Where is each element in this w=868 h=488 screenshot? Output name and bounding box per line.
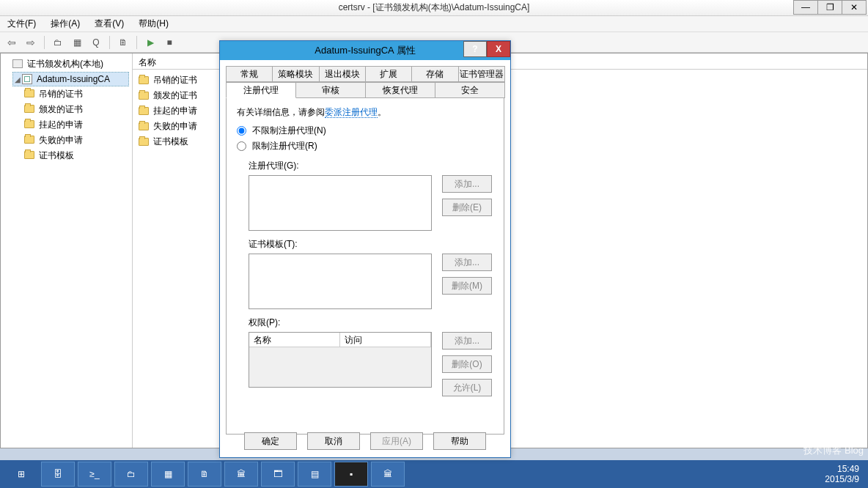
tree-root-label: 证书颁发机构(本地) <box>27 58 103 70</box>
folder-icon <box>24 105 34 113</box>
watermark-line1: 51CTO.com <box>774 425 864 444</box>
tree-ca-node[interactable]: ◢ Adatum-IssuingCA <box>12 72 129 86</box>
start-button[interactable]: ⊞ <box>4 462 38 487</box>
menu-file[interactable]: 文件(F) <box>4 16 39 32</box>
agents-label: 注册代理(G): <box>249 160 493 172</box>
perms-remove-button[interactable]: 删除(O) <box>442 355 492 373</box>
agents-add-button[interactable]: 添加... <box>442 175 492 193</box>
info-link[interactable]: 委派注册代理 <box>325 107 378 118</box>
tab-security[interactable]: 安全 <box>435 82 505 98</box>
help-button[interactable]: 帮助 <box>433 432 486 450</box>
ok-button[interactable]: 确定 <box>244 432 297 450</box>
col-name[interactable]: 名称 <box>249 333 340 347</box>
tree-item-issued[interactable]: 颁发的证书 <box>24 102 129 117</box>
list-item-label: 证书模板 <box>153 136 188 148</box>
stop-button[interactable]: ■ <box>162 35 177 50</box>
maximize-button[interactable]: ❐ <box>817 0 842 15</box>
folder-icon <box>139 138 149 146</box>
menu-action[interactable]: 操作(A) <box>48 16 83 32</box>
perms-table[interactable]: 名称 访问 <box>249 332 432 388</box>
tree-item-templates[interactable]: 证书模板 <box>24 148 129 163</box>
menu-view[interactable]: 查看(V) <box>92 16 127 32</box>
task-cmd[interactable]: ▪ <box>334 462 368 487</box>
tab-enrollment-agents[interactable]: 注册代理 <box>226 82 296 98</box>
templates-add-button[interactable]: 添加... <box>442 254 492 271</box>
info-prefix: 有关详细信息，请参阅 <box>237 107 325 117</box>
col-access[interactable]: 访问 <box>340 333 431 347</box>
apply-button[interactable]: 应用(A) <box>370 432 423 450</box>
folder-icon <box>24 120 34 128</box>
info-text: 有关详细信息，请参阅委派注册代理。 <box>237 106 493 119</box>
tree-pane: 证书颁发机构(本地) ◢ Adatum-IssuingCA 吊销的证书 颁发的证… <box>1 53 133 448</box>
tab-extensions[interactable]: 扩展 <box>365 66 412 82</box>
tree-children: 吊销的证书 颁发的证书 挂起的申请 失败的申请 证书模板 <box>4 86 129 163</box>
taskbar: ⊞ 🗄 ≥_ 🗀 ▦ 🗎 🏛 🗔 ▤ ▪ 🏛 15:49 2015/3/9 <box>0 460 868 488</box>
forward-button[interactable]: ⇨ <box>23 35 38 50</box>
tree-root[interactable]: 证书颁发机构(本地) <box>4 56 129 72</box>
tree-item-label: 颁发的证书 <box>39 103 83 116</box>
task-app4[interactable]: 🗔 <box>261 462 295 487</box>
tab-auditing[interactable]: 审核 <box>295 82 366 98</box>
window-titlebar: certsrv - [证书颁发机构(本地)\Adatum-IssuingCA] … <box>0 0 868 16</box>
task-powershell[interactable]: ≥_ <box>78 462 111 487</box>
properties-button[interactable]: ▦ <box>70 35 84 50</box>
properties-dialog: Adatum-IssuingCA 属性 ? X 常规 策略模块 退出模块 扩展 … <box>219 40 511 458</box>
tree-item-pending[interactable]: 挂起的申请 <box>24 117 129 133</box>
tab-recovery-agents[interactable]: 恢复代理 <box>365 82 435 98</box>
task-app3[interactable]: 🏛 <box>224 462 258 487</box>
play-button[interactable]: ▶ <box>143 35 158 50</box>
folder-icon <box>24 136 34 144</box>
templates-remove-button[interactable]: 删除(M) <box>442 277 492 295</box>
minimize-button[interactable]: — <box>793 0 818 15</box>
watermark: 51CTO.com 技术博客 Blog <box>774 425 864 457</box>
agents-listbox[interactable] <box>249 175 432 231</box>
tab-storage[interactable]: 存储 <box>411 66 458 82</box>
tree-item-label: 吊销的证书 <box>39 88 83 100</box>
dialog-help-button[interactable]: ? <box>463 41 487 57</box>
folder-icon <box>24 151 34 159</box>
radio-no-restrict-input[interactable] <box>237 126 246 136</box>
task-app1[interactable]: ▦ <box>151 462 185 487</box>
tree-item-failed[interactable]: 失败的申请 <box>24 133 129 148</box>
window-title: certsrv - [证书颁发机构(本地)\Adatum-IssuingCA] <box>0 1 868 14</box>
system-tray[interactable]: 15:49 2015/3/9 <box>825 464 865 484</box>
tree-item-revoked[interactable]: 吊销的证书 <box>24 86 129 102</box>
folder-icon <box>24 89 34 97</box>
task-server-manager[interactable]: 🗄 <box>41 462 75 487</box>
tray-date: 2015/3/9 <box>825 474 859 484</box>
task-explorer[interactable]: 🗀 <box>114 462 148 487</box>
cancel-button[interactable]: 取消 <box>307 432 360 450</box>
perms-allow-button[interactable]: 允许(L) <box>442 379 492 396</box>
up-button[interactable]: 🗀 <box>51 35 65 50</box>
list-item-label: 吊销的证书 <box>153 74 197 86</box>
delete-button[interactable]: Q <box>89 35 103 50</box>
radio-no-restrict[interactable]: 不限制注册代理(N) <box>237 125 493 137</box>
menu-help[interactable]: 帮助(H) <box>136 16 172 32</box>
perms-add-button[interactable]: 添加... <box>442 332 492 350</box>
dialog-footer: 确定 取消 应用(A) 帮助 <box>220 432 510 450</box>
watermark-line2: 技术博客 Blog <box>774 444 864 457</box>
dialog-close-button[interactable]: X <box>487 41 510 57</box>
refresh-button[interactable]: 🗎 <box>116 35 130 50</box>
radio-restrict-input[interactable] <box>237 141 246 151</box>
templates-listbox[interactable] <box>249 254 432 309</box>
tab-exit[interactable]: 退出模块 <box>319 66 366 82</box>
task-app5[interactable]: ▤ <box>298 462 331 487</box>
close-button[interactable]: ✕ <box>842 0 867 15</box>
folder-icon <box>139 122 149 130</box>
collapse-icon[interactable]: ◢ <box>13 75 22 84</box>
separator <box>136 36 137 49</box>
radio-label: 限制注册代理(R) <box>252 140 317 152</box>
task-certsrv[interactable]: 🏛 <box>371 462 405 487</box>
radio-restrict[interactable]: 限制注册代理(R) <box>237 140 493 152</box>
tab-policy[interactable]: 策略模块 <box>272 66 319 82</box>
back-button[interactable]: ⇦ <box>4 35 19 50</box>
tab-general[interactable]: 常规 <box>226 66 273 82</box>
agents-remove-button[interactable]: 删除(E) <box>442 199 492 216</box>
menubar: 文件(F) 操作(A) 查看(V) 帮助(H) <box>0 16 868 32</box>
templates-row: 添加... 删除(M) <box>249 254 493 309</box>
dialog-titlebar[interactable]: Adatum-IssuingCA 属性 ? X <box>220 41 510 60</box>
task-app2[interactable]: 🗎 <box>188 462 221 487</box>
server-icon <box>12 59 24 70</box>
tab-cert-managers[interactable]: 证书管理器 <box>458 66 505 82</box>
